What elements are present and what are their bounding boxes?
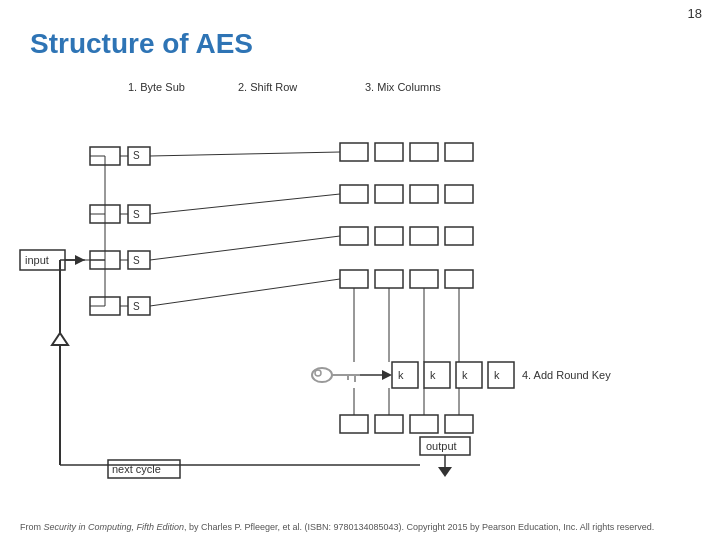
svg-rect-33 [375,227,403,245]
svg-rect-40 [445,185,473,203]
svg-line-24 [150,194,340,214]
svg-rect-38 [410,270,438,288]
svg-text:3.  Mix Columns: 3. Mix Columns [365,81,441,93]
svg-rect-50 [392,362,418,388]
svg-rect-35 [410,143,438,161]
svg-rect-61 [410,415,438,433]
svg-rect-56 [488,362,514,388]
svg-rect-42 [445,270,473,288]
svg-rect-28 [340,185,368,203]
svg-text:S: S [133,301,140,312]
svg-text:k: k [494,369,500,381]
svg-text:S: S [133,150,140,161]
svg-rect-32 [375,185,403,203]
svg-rect-62 [445,415,473,433]
diagram-svg: 1. Byte Sub 2. Shift Row 3. Mix Columns … [20,70,700,500]
svg-text:2.  Shift Row: 2. Shift Row [238,81,297,93]
svg-rect-27 [340,143,368,161]
svg-text:input: input [25,254,49,266]
svg-marker-74 [438,467,452,477]
svg-rect-60 [375,415,403,433]
svg-rect-36 [410,185,438,203]
svg-text:4.  Add Round Key: 4. Add Round Key [522,369,611,381]
svg-rect-31 [375,143,403,161]
svg-rect-37 [410,227,438,245]
svg-rect-59 [340,415,368,433]
svg-text:S: S [133,255,140,266]
page-number: 18 [688,6,702,21]
svg-point-47 [315,370,321,376]
svg-marker-49 [382,370,392,380]
svg-rect-29 [340,227,368,245]
svg-marker-76 [52,333,68,345]
svg-line-25 [150,236,340,260]
svg-rect-54 [456,362,482,388]
svg-line-23 [150,152,340,156]
svg-text:k: k [462,369,468,381]
svg-text:k: k [430,369,436,381]
svg-rect-39 [445,143,473,161]
footer: From Security in Computing, Fifth Editio… [20,522,700,532]
svg-rect-52 [424,362,450,388]
svg-rect-30 [340,270,368,288]
svg-text:1.  Byte Sub: 1. Byte Sub [128,81,185,93]
page-title: Structure of AES [30,28,253,60]
svg-rect-34 [375,270,403,288]
svg-text:k: k [398,369,404,381]
svg-rect-41 [445,227,473,245]
svg-line-26 [150,279,340,306]
svg-text:output: output [426,440,457,452]
diagram-area: 1. Byte Sub 2. Shift Row 3. Mix Columns … [20,70,700,500]
svg-text:S: S [133,209,140,220]
